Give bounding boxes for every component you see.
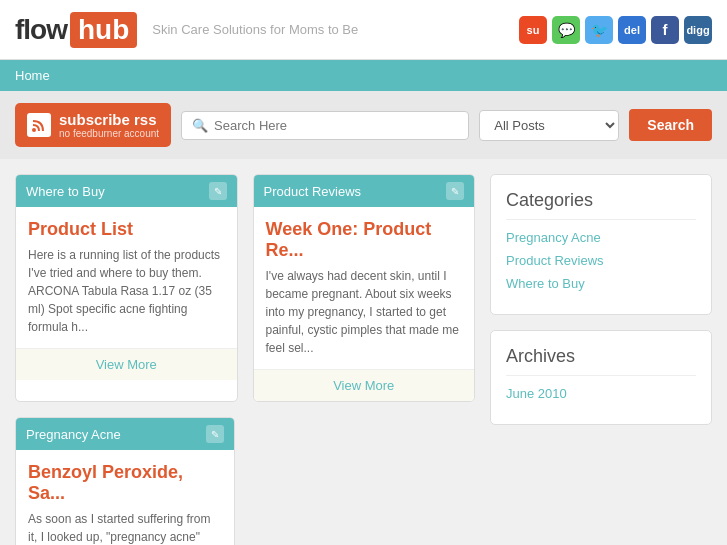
archives-title: Archives [506,346,696,376]
where-to-buy-body: Product List Here is a running list of t… [16,207,237,348]
logo-flow: flow [15,14,67,46]
product-reviews-title: Product Reviews [264,184,362,199]
benzoyl-text: As soon as I started suffering from it, … [28,510,222,545]
digg-icon[interactable]: digg [684,16,712,44]
where-to-buy-card: Where to Buy ✎ Product List Here is a ru… [15,174,238,402]
search-input-wrap: 🔍 [181,111,469,140]
where-to-buy-title: Where to Buy [26,184,105,199]
cards-row-1: Where to Buy ✎ Product List Here is a ru… [15,174,475,402]
product-reviews-card: Product Reviews ✎ Week One: Product Re..… [253,174,476,402]
search-button[interactable]: Search [629,109,712,141]
svg-point-0 [32,128,36,132]
product-list-text: Here is a running list of the products I… [28,246,225,336]
rss-icon [27,113,51,137]
stumbleupon-icon[interactable]: su [519,16,547,44]
categories-panel: Categories Pregnancy Acne Product Review… [490,174,712,315]
benzoyl-title: Benzoyl Peroxide, Sa... [28,462,222,504]
week-one-text: I've always had decent skin, until I bec… [266,267,463,357]
filter-select[interactable]: All Posts Product Reviews Pregnancy Acne… [479,110,619,141]
product-list-title: Product List [28,219,225,240]
pregnancy-acne-header: Pregnancy Acne ✎ [16,418,234,450]
archive-june-2010[interactable]: June 2010 [506,386,696,401]
subscribe-text: subscribe rss no feedburner account [59,111,159,139]
category-where-to-buy[interactable]: Where to Buy [506,276,696,291]
subscribe-rss-button[interactable]: subscribe rss no feedburner account [15,103,171,147]
where-to-buy-header: Where to Buy ✎ [16,175,237,207]
logo-hub: hub [70,12,137,48]
tagline: Skin Care Solutions for Moms to Be [152,22,358,37]
pregnancy-acne-menu-icon[interactable]: ✎ [206,425,224,443]
category-product-reviews[interactable]: Product Reviews [506,253,696,268]
subscribe-sub-label: no feedburner account [59,128,159,139]
header: flowhub Skin Care Solutions for Moms to … [0,0,727,60]
product-reviews-menu-icon[interactable]: ✎ [446,182,464,200]
left-column: Where to Buy ✎ Product List Here is a ru… [15,174,475,545]
main-content: Where to Buy ✎ Product List Here is a ru… [0,159,727,545]
week-one-title: Week One: Product Re... [266,219,463,261]
week-one-footer: View More [254,369,475,401]
search-icon: 🔍 [192,118,208,133]
week-one-view-more[interactable]: View More [333,378,394,393]
navbar: Home [0,60,727,91]
search-input[interactable] [214,118,458,133]
product-list-view-more[interactable]: View More [96,357,157,372]
right-column: Categories Pregnancy Acne Product Review… [490,174,712,545]
home-link[interactable]: Home [15,68,50,83]
pregnancy-acne-title: Pregnancy Acne [26,427,121,442]
chat-icon[interactable]: 💬 [552,16,580,44]
archives-panel: Archives June 2010 [490,330,712,425]
twitter-icon[interactable]: 🐦 [585,16,613,44]
pregnancy-acne-body: Benzoyl Peroxide, Sa... As soon as I sta… [16,450,234,545]
subscribe-main-label: subscribe rss [59,111,159,128]
product-reviews-body: Week One: Product Re... I've always had … [254,207,475,369]
categories-title: Categories [506,190,696,220]
searchbar: subscribe rss no feedburner account 🔍 Al… [0,91,727,159]
product-list-footer: View More [16,348,237,380]
where-to-buy-menu-icon[interactable]: ✎ [209,182,227,200]
category-pregnancy-acne[interactable]: Pregnancy Acne [506,230,696,245]
social-icons: su 💬 🐦 del f digg [519,16,712,44]
facebook-icon[interactable]: f [651,16,679,44]
pregnancy-acne-card: Pregnancy Acne ✎ Benzoyl Peroxide, Sa...… [15,417,235,545]
cards-row-2: Pregnancy Acne ✎ Benzoyl Peroxide, Sa...… [15,417,475,545]
product-reviews-header: Product Reviews ✎ [254,175,475,207]
delicious-icon[interactable]: del [618,16,646,44]
